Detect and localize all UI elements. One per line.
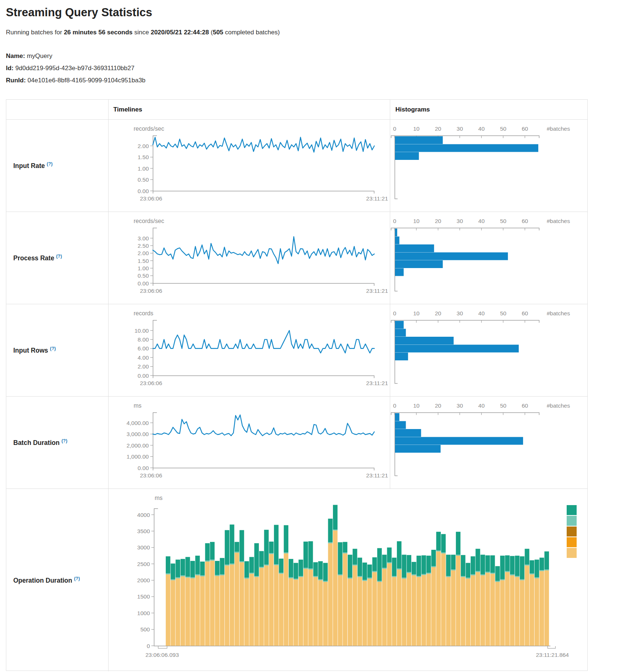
operation-duration-label-cell: Operation Duration(?) bbox=[6, 489, 108, 671]
input-rate-histogram-chart: 0102030405060#batches bbox=[390, 120, 588, 213]
svg-text:23:06:06.093: 23:06:06.093 bbox=[145, 652, 179, 658]
svg-text:2,000.00: 2,000.00 bbox=[127, 442, 149, 449]
svg-text:4,000.00: 4,000.00 bbox=[127, 420, 149, 426]
svg-text:ms: ms bbox=[155, 495, 162, 501]
svg-text:1500: 1500 bbox=[137, 593, 150, 600]
summary-paren: ( bbox=[209, 29, 213, 36]
svg-text:50: 50 bbox=[500, 218, 506, 224]
svg-text:0: 0 bbox=[393, 310, 396, 316]
name-value: myQuery bbox=[27, 52, 52, 59]
input-rate-help-icon[interactable]: (?) bbox=[47, 161, 53, 167]
svg-text:20: 20 bbox=[435, 402, 442, 409]
svg-text:1.50: 1.50 bbox=[138, 258, 149, 264]
input-rows-row: Input Rows(?) records10.008.006.004.002.… bbox=[6, 304, 587, 396]
legend-swatch bbox=[567, 516, 577, 526]
svg-text:ms: ms bbox=[134, 402, 141, 409]
input-rate-label: Input Rate(?) bbox=[13, 161, 53, 170]
legend-swatch bbox=[567, 548, 577, 558]
legend-swatch bbox=[567, 537, 577, 547]
svg-text:1.00: 1.00 bbox=[138, 265, 149, 271]
input-rows-label-cell: Input Rows(?) bbox=[6, 304, 108, 396]
process-rate-row: Process Rate(?) records/sec3.002.502.001… bbox=[6, 212, 587, 304]
svg-text:2.50: 2.50 bbox=[138, 243, 149, 249]
id-label: Id: bbox=[6, 65, 14, 72]
summary-suffix: completed batches) bbox=[223, 29, 280, 36]
svg-text:3500: 3500 bbox=[137, 528, 150, 534]
svg-text:records/sec: records/sec bbox=[134, 126, 164, 132]
svg-text:23:06:06: 23:06:06 bbox=[140, 380, 162, 386]
process-rate-help-icon[interactable]: (?) bbox=[56, 254, 62, 259]
svg-text:4000: 4000 bbox=[137, 512, 150, 518]
table-header-row: Timelines Histograms bbox=[6, 100, 587, 119]
svg-text:1.00: 1.00 bbox=[138, 165, 149, 172]
batch-duration-help-icon[interactable]: (?) bbox=[61, 438, 67, 443]
svg-text:4.00: 4.00 bbox=[138, 354, 149, 361]
svg-text:#batches: #batches bbox=[547, 310, 570, 316]
batch-duration-label: Batch Duration(?) bbox=[13, 438, 67, 447]
svg-text:3,000.00: 3,000.00 bbox=[127, 431, 149, 437]
svg-text:1,000.00: 1,000.00 bbox=[127, 453, 149, 460]
svg-text:30: 30 bbox=[457, 126, 463, 132]
process-rate-histogram-chart: 0102030405060#batches bbox=[390, 212, 588, 306]
svg-text:0.00: 0.00 bbox=[138, 465, 149, 471]
running-batches-summary: Running batches for 26 minutes 56 second… bbox=[6, 29, 280, 36]
svg-text:23:11:21: 23:11:21 bbox=[366, 195, 388, 202]
summary-mid: since bbox=[133, 29, 151, 36]
svg-text:23:11:21: 23:11:21 bbox=[366, 380, 388, 386]
process-rate-timeline-chart: records/sec3.002.502.001.501.000.500.002… bbox=[109, 212, 390, 306]
svg-text:60: 60 bbox=[522, 218, 528, 224]
id-value: 9d0dd219-995d-423e-b97d-36931110bb27 bbox=[16, 65, 135, 72]
svg-text:#batches: #batches bbox=[547, 218, 570, 224]
svg-text:0.50: 0.50 bbox=[138, 272, 149, 279]
svg-text:2.00: 2.00 bbox=[138, 143, 149, 149]
statistics-table: Timelines Histograms Input Rate(?) recor… bbox=[6, 99, 588, 671]
svg-text:0.00: 0.00 bbox=[138, 280, 149, 287]
batch-duration-timeline-chart: ms4,000.003,000.002,000.001,000.000.0023… bbox=[109, 397, 390, 490]
svg-text:50: 50 bbox=[500, 402, 506, 409]
svg-text:records/sec: records/sec bbox=[134, 218, 164, 224]
svg-text:0: 0 bbox=[393, 126, 396, 132]
svg-text:10: 10 bbox=[413, 310, 420, 316]
svg-text:60: 60 bbox=[522, 310, 528, 316]
runid-value: 04e101e6-8bf8-4165-9099-9104c951ba3b bbox=[28, 77, 146, 84]
legend-swatch bbox=[567, 505, 577, 515]
histograms-column-header: Histograms bbox=[395, 100, 430, 119]
svg-text:0.00: 0.00 bbox=[138, 373, 149, 379]
svg-text:500: 500 bbox=[140, 626, 150, 632]
svg-text:50: 50 bbox=[500, 126, 506, 132]
svg-text:40: 40 bbox=[478, 402, 485, 409]
svg-text:10: 10 bbox=[413, 402, 420, 409]
svg-text:1.50: 1.50 bbox=[138, 154, 149, 160]
svg-text:0: 0 bbox=[393, 402, 396, 409]
batch-duration-row: Batch Duration(?) ms4,000.003,000.002,00… bbox=[6, 396, 587, 488]
query-id-line: Id: 9d0dd219-995d-423e-b97d-36931110bb27 bbox=[6, 65, 145, 72]
svg-text:23:06:06: 23:06:06 bbox=[140, 288, 162, 294]
batch-duration-histogram-chart: 0102030405060#batches bbox=[390, 397, 588, 490]
operation-duration-row: Operation Duration(?) ms4000350030002500… bbox=[6, 488, 587, 671]
operation-duration-help-icon[interactable]: (?) bbox=[74, 576, 80, 581]
svg-text:30: 30 bbox=[457, 310, 463, 316]
svg-text:10: 10 bbox=[413, 218, 420, 224]
query-name-line: Name: myQuery bbox=[6, 52, 145, 60]
svg-text:#batches: #batches bbox=[547, 402, 570, 409]
svg-text:23:11:21: 23:11:21 bbox=[366, 472, 388, 479]
svg-text:60: 60 bbox=[522, 402, 528, 409]
svg-text:records: records bbox=[134, 310, 153, 316]
svg-text:30: 30 bbox=[457, 218, 463, 224]
svg-text:2500: 2500 bbox=[137, 561, 150, 567]
input-rows-help-icon[interactable]: (?) bbox=[50, 346, 56, 351]
input-rows-timeline-chart: records10.008.006.004.002.000.0023:06:06… bbox=[109, 304, 390, 398]
svg-text:2.00: 2.00 bbox=[138, 363, 149, 370]
svg-text:60: 60 bbox=[522, 126, 528, 132]
svg-text:20: 20 bbox=[435, 126, 442, 132]
summary-prefix: Running batches for bbox=[6, 29, 64, 36]
svg-text:6.00: 6.00 bbox=[138, 345, 149, 352]
name-label: Name: bbox=[6, 52, 25, 59]
batch-duration-label-cell: Batch Duration(?) bbox=[6, 397, 108, 488]
completed-batches-count: 505 bbox=[213, 29, 223, 36]
svg-text:20: 20 bbox=[435, 310, 442, 316]
input-rate-timeline-chart: records/sec2.001.501.000.500.0023:06:062… bbox=[109, 120, 390, 213]
process-rate-label: Process Rate(?) bbox=[13, 254, 62, 262]
svg-text:50: 50 bbox=[500, 310, 506, 316]
query-runid-line: RunId: 04e101e6-8bf8-4165-9099-9104c951b… bbox=[6, 77, 145, 84]
